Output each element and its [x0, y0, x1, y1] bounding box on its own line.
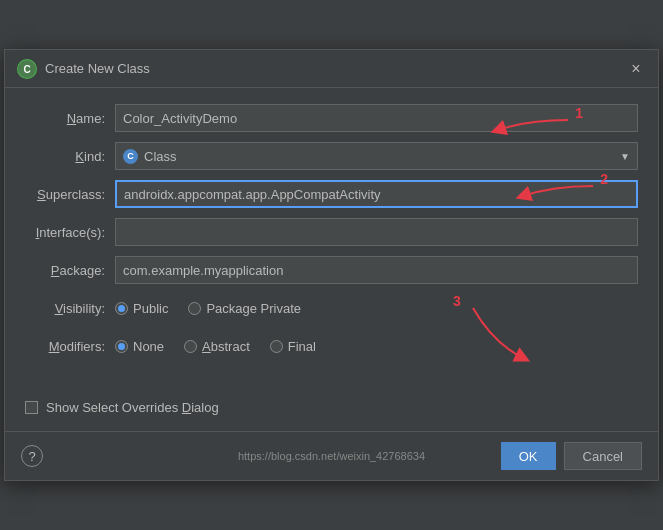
- close-button[interactable]: ×: [626, 59, 646, 79]
- package-label: Package:: [25, 263, 115, 278]
- visibility-public-label: Public: [133, 301, 168, 316]
- help-button[interactable]: ?: [21, 445, 43, 467]
- superclass-label: Superclass:: [25, 187, 115, 202]
- svg-text:C: C: [23, 64, 30, 75]
- name-field-wrapper: [115, 104, 638, 132]
- interfaces-row: Interface(s):: [25, 218, 638, 246]
- dialog-title: Create New Class: [45, 61, 150, 76]
- dialog-icon: C: [17, 59, 37, 79]
- visibility-radio-group: Public Package Private: [115, 301, 638, 316]
- visibility-package-private[interactable]: Package Private: [188, 301, 301, 316]
- name-input[interactable]: [115, 104, 638, 132]
- visibility-row: Visibility: Public Package Private: [25, 294, 638, 322]
- modifier-final-label: Final: [288, 339, 316, 354]
- footer-left: ?: [21, 445, 43, 467]
- kind-row: Kind: C Class ▼: [25, 142, 638, 170]
- package-field-wrapper: [115, 256, 638, 284]
- show-overrides-row: Show Select Overrides Dialog: [25, 400, 638, 415]
- dialog-body: 1 2 NName:ame: Kind: [5, 88, 658, 431]
- interfaces-label: Interface(s):: [25, 225, 115, 240]
- modifier-none-radio[interactable]: [115, 340, 128, 353]
- spacer: [25, 370, 638, 380]
- title-bar: C Create New Class ×: [5, 50, 658, 88]
- interfaces-input[interactable]: [115, 218, 638, 246]
- visibility-package-private-radio[interactable]: [188, 302, 201, 315]
- modifier-final-radio[interactable]: [270, 340, 283, 353]
- package-row: Package:: [25, 256, 638, 284]
- visibility-label: Visibility:: [25, 301, 115, 316]
- kind-label: Kind:: [25, 149, 115, 164]
- modifier-none-label: None: [133, 339, 164, 354]
- superclass-input[interactable]: [115, 180, 638, 208]
- modifier-final[interactable]: Final: [270, 339, 316, 354]
- footer-buttons: OK Cancel: [501, 442, 642, 470]
- superclass-row: Superclass:: [25, 180, 638, 208]
- show-overrides-label: Show Select Overrides Dialog: [46, 400, 219, 415]
- package-input[interactable]: [115, 256, 638, 284]
- modifiers-label: Modifiers:: [25, 339, 115, 354]
- kind-value: Class: [144, 149, 376, 164]
- kind-dropdown-arrow: ▼: [620, 151, 630, 162]
- modifier-abstract-label: Abstract: [202, 339, 250, 354]
- interfaces-field-wrapper: [115, 218, 638, 246]
- modifier-abstract[interactable]: Abstract: [184, 339, 250, 354]
- ok-button[interactable]: OK: [501, 442, 556, 470]
- kind-icon: C: [123, 149, 138, 164]
- modifiers-radio-group: None Abstract Final: [115, 339, 638, 354]
- modifier-none[interactable]: None: [115, 339, 164, 354]
- cancel-button[interactable]: Cancel: [564, 442, 642, 470]
- visibility-package-private-label: Package Private: [206, 301, 301, 316]
- name-label: NName:ame:: [25, 111, 115, 126]
- create-class-dialog: C Create New Class × 1: [4, 49, 659, 481]
- footer-url: https://blog.csdn.net/weixin_42768634: [238, 450, 425, 462]
- dialog-footer: ? https://blog.csdn.net/weixin_42768634 …: [5, 431, 658, 480]
- name-row: NName:ame:: [25, 104, 638, 132]
- title-bar-left: C Create New Class: [17, 59, 150, 79]
- kind-select-wrapper[interactable]: C Class ▼: [115, 142, 638, 170]
- visibility-public-radio[interactable]: [115, 302, 128, 315]
- visibility-public[interactable]: Public: [115, 301, 168, 316]
- superclass-field-wrapper: [115, 180, 638, 208]
- modifier-abstract-radio[interactable]: [184, 340, 197, 353]
- modifiers-row: Modifiers: None Abstract Final: [25, 332, 638, 360]
- show-overrides-checkbox[interactable]: [25, 401, 38, 414]
